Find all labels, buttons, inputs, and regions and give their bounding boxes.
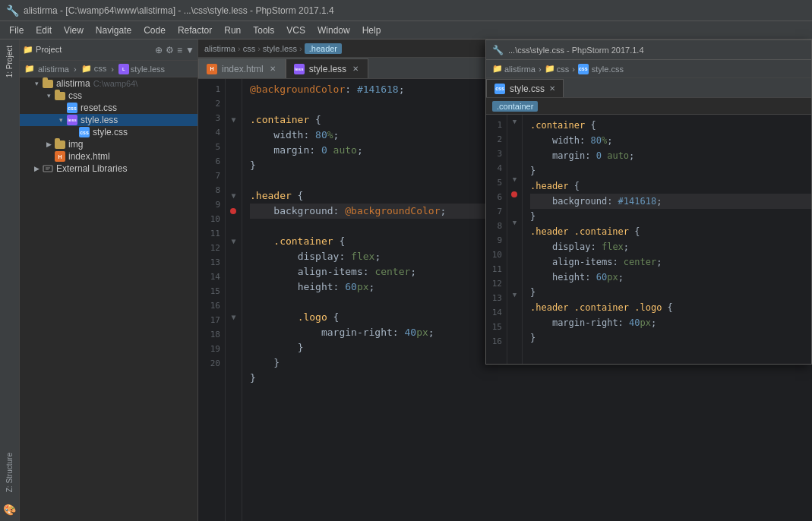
- popup-fold-1[interactable]: ▼: [507, 115, 522, 129]
- tab-icon-indexhtml: H: [207, 64, 217, 74]
- tree-item-styleless[interactable]: ▾ less style.less: [20, 114, 197, 126]
- popup-tab-close[interactable]: ✕: [549, 84, 555, 93]
- breadcrumb-highlight: .header: [305, 43, 342, 54]
- menu-code[interactable]: Code: [137, 24, 172, 37]
- strip-tab-project[interactable]: 1: Project: [2, 39, 17, 84]
- menu-file[interactable]: File: [3, 24, 30, 37]
- sidebar-breadcrumb-folder: 📁 css: [81, 64, 107, 74]
- tree-label-alistirma: alistirma: [56, 78, 90, 89]
- popup-tab-label: style.css: [510, 84, 545, 94]
- menu-navigate[interactable]: Navigate: [90, 24, 137, 37]
- tree-arrow-css: ▾: [44, 91, 53, 100]
- sidebar-icon-settings[interactable]: ⚙: [166, 45, 174, 55]
- code-line-20: }: [250, 371, 812, 386]
- popup-fold-13[interactable]: ▼: [507, 288, 522, 302]
- tree-label-extlibs: External Libraries: [56, 163, 127, 174]
- sidebar-project-label: 📁 Project: [23, 45, 62, 55]
- breadcrumb-item-css: css: [243, 44, 256, 53]
- popup-code-line-2: width: 80%;: [530, 133, 811, 148]
- menu-edit[interactable]: Edit: [30, 24, 58, 37]
- popup-code-line-4: }: [530, 163, 811, 178]
- menu-tools[interactable]: Tools: [247, 24, 280, 37]
- tree-item-img[interactable]: ▶ img: [20, 138, 197, 150]
- popup-title-text: ...\css\style.css - PhpStorm 2017.1.4: [508, 46, 644, 55]
- folder-icon-img: [55, 141, 65, 149]
- sidebar-toolbar-icons: ⊕ ⚙ ≡ ▼: [155, 45, 194, 55]
- tree-item-alistirma[interactable]: ▾ alistirma C:\wamp64\: [20, 77, 197, 90]
- tree-item-css[interactable]: ▾ css: [20, 90, 197, 102]
- menu-view[interactable]: View: [58, 24, 90, 37]
- tab-label-indexhtml: index.html: [222, 64, 264, 74]
- popup-code-line-3: margin: 0 auto;: [530, 148, 811, 163]
- fold-icon-8[interactable]: ▼: [226, 188, 242, 204]
- tree-label-resetcss: reset.css: [81, 103, 117, 113]
- tree-item-resetcss[interactable]: ▶ css reset.css: [20, 102, 197, 114]
- tab-indexhtml[interactable]: H index.html ✕: [198, 58, 286, 78]
- popup-title-bar: 🔧 ...\css\style.css - PhpStorm 2017.1.4: [486, 40, 811, 60]
- menu-refactor[interactable]: Refactor: [172, 24, 218, 37]
- tab-close-indexhtml[interactable]: ✕: [268, 65, 277, 74]
- popup-code-content[interactable]: .container { width: 80%; margin: 0 auto;…: [523, 115, 811, 364]
- tree-item-stylecss[interactable]: ▶ css style.css: [20, 126, 197, 138]
- popup-bp-6[interactable]: [507, 187, 522, 201]
- html-icon-indexhtml: H: [55, 151, 65, 162]
- popup-breadcrumb-item1: 📁 alistirma: [492, 64, 536, 74]
- sidebar-icon-collapse[interactable]: ▼: [185, 45, 194, 55]
- popup-breadcrumb-bar: .container: [486, 98, 811, 115]
- breakpoint-9[interactable]: [226, 204, 242, 219]
- tree-arrow-styleless: ▾: [56, 115, 65, 125]
- tree-arrow-extlibs: ▶: [32, 164, 41, 173]
- popup-icon: 🔧: [492, 45, 504, 55]
- css-icon-resetcss: css: [67, 103, 77, 113]
- title-text: alistirma - [C:\wamp64\www\alistirma] - …: [24, 5, 334, 16]
- sidebar-icon-sort[interactable]: ≡: [177, 45, 182, 55]
- css-icon-stylecss: css: [79, 127, 90, 137]
- popup-breadcrumb-item2: 📁 css: [545, 64, 570, 74]
- fold-icon-16[interactable]: ▼: [226, 310, 242, 325]
- tree-arrow-alistirma: ▾: [32, 79, 41, 88]
- popup-breadcrumb-highlight: .container: [492, 101, 538, 112]
- tree-path-alistirma: C:\wamp64\: [93, 79, 138, 88]
- popup-code-line-9: display: flex;: [530, 239, 811, 254]
- tab-close-styleless[interactable]: ✕: [351, 65, 360, 74]
- tab-icon-styleless: less: [294, 64, 305, 74]
- popup-code-line-10: align-items: center;: [530, 254, 811, 270]
- tree-label-styleless: style.less: [81, 115, 118, 125]
- popup-window: 🔧 ...\css\style.css - PhpStorm 2017.1.4 …: [485, 39, 812, 365]
- fold-icon-3[interactable]: ▼: [226, 112, 242, 128]
- popup-code-line-13: .header .container .logo {: [530, 300, 811, 315]
- tree-label-stylecss: style.css: [93, 127, 128, 137]
- svg-rect-0: [43, 166, 52, 172]
- tab-styleless[interactable]: less style.less ✕: [286, 58, 368, 78]
- popup-code-line-15: }: [530, 330, 811, 346]
- tree-item-extlibs[interactable]: ▶ External Libraries: [20, 163, 197, 175]
- sidebar: 📁 Project ⊕ ⚙ ≡ ▼ 📁 alistirma › 📁 css › …: [20, 39, 198, 521]
- popup-tab-stylecss[interactable]: css style.css ✕: [486, 79, 564, 97]
- menu-help[interactable]: Help: [356, 24, 387, 37]
- tree-label-css: css: [68, 90, 82, 101]
- sidebar-breadcrumb-project: alistirma: [38, 65, 69, 74]
- popup-tab-bar: css style.css ✕: [486, 78, 811, 98]
- menu-run[interactable]: Run: [218, 24, 247, 37]
- popup-code-line-5: .header {: [530, 178, 811, 194]
- menu-bar: File Edit View Navigate Code Refactor Ru…: [0, 21, 812, 39]
- tree-item-indexhtml[interactable]: ▶ H index.html: [20, 150, 197, 163]
- popup-code-line-8: .header .container {: [530, 224, 811, 239]
- popup-code-line-1: .container {: [530, 118, 811, 133]
- sidebar-tree: ▾ alistirma C:\wamp64\ ▾ css ▶ css reset…: [20, 77, 197, 521]
- popup-fold-5[interactable]: ▼: [507, 172, 522, 187]
- sidebar-toolbar: 📁 Project ⊕ ⚙ ≡ ▼: [20, 39, 197, 61]
- app-icon: 🔧: [6, 5, 19, 17]
- folder-icon-alistirma-popup: 📁: [492, 64, 503, 74]
- popup-fold-8[interactable]: ▼: [507, 216, 522, 230]
- strip-tab-structure[interactable]: Z: Structure: [2, 447, 17, 498]
- tab-label-styleless: style.less: [309, 64, 346, 74]
- color-icon[interactable]: 🎨: [3, 504, 16, 516]
- popup-code-line-14: margin-right: 40px;: [530, 315, 811, 330]
- sidebar-icon-locate[interactable]: ⊕: [155, 45, 163, 55]
- folder-icon-alistirma: [43, 80, 53, 88]
- menu-window[interactable]: Window: [311, 24, 356, 37]
- fold-icon-11[interactable]: ▼: [226, 234, 242, 249]
- popup-code-line-12: }: [530, 285, 811, 300]
- menu-vcs[interactable]: VCS: [280, 24, 311, 37]
